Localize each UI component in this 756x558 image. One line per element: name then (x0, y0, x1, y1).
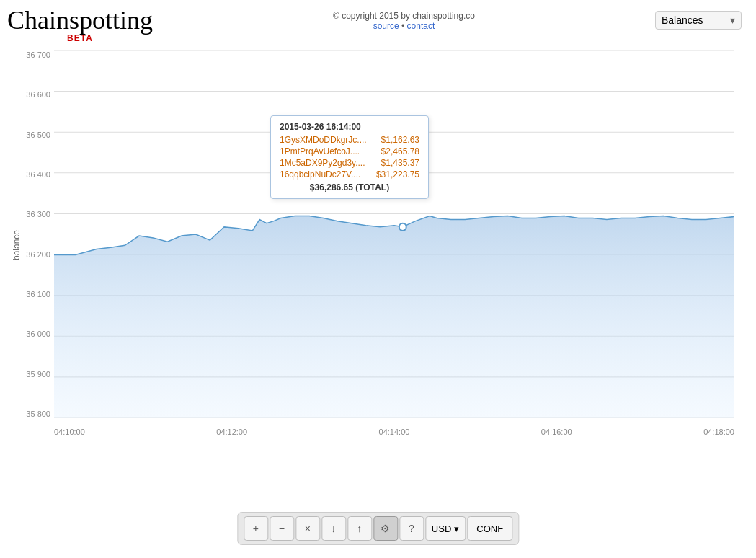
contact-link[interactable]: contact (407, 21, 435, 31)
logo-area: Chainspotting BETA (7, 7, 153, 43)
x-ticks: 04:10:00 04:12:00 04:14:00 04:16:00 04:1… (54, 428, 734, 436)
chart-tooltip: 2015-03-26 16:14:00 1GysXMDoDDkgrJc.... … (270, 115, 429, 199)
tooltip-addr-1: 1PmtPrqAvUefcoJ.... (280, 146, 360, 156)
logo: Chainspotting (7, 7, 153, 33)
beta-label: BETA (67, 33, 93, 43)
svg-point-10 (399, 223, 406, 231)
header-center: © copyright 2015 by chainspotting.co sou… (333, 11, 475, 31)
tooltip-val-2: $1,435.37 (381, 158, 419, 168)
y-ticks: 36 700 36 600 36 500 36 400 36 300 36 20… (14, 50, 54, 418)
minus-button[interactable]: − (270, 516, 294, 541)
plus-button[interactable]: + (244, 516, 268, 541)
x-tick-4: 04:18:00 (703, 428, 734, 436)
currency-chevron-icon: ▾ (454, 523, 459, 534)
chart-inner: 04:10:00 04:12:00 04:14:00 04:16:00 04:1… (54, 50, 734, 418)
y-tick-6: 36 100 (26, 290, 50, 298)
tooltip-title: 2015-03-26 16:14:00 (280, 122, 419, 132)
tooltip-addr-0: 1GysXMDoDDkgrJc.... (280, 135, 367, 145)
link-separator: • (401, 21, 404, 31)
toolbar: + − × ↓ ↑ ⚙ ? USD ▾ CONF (237, 512, 519, 545)
x-tick-0: 04:10:00 (54, 428, 85, 436)
tooltip-val-1: $2,465.78 (381, 146, 419, 156)
y-tick-5: 36 200 (26, 250, 50, 259)
header: Chainspotting BETA © copyright 2015 by c… (0, 0, 756, 43)
question-button[interactable]: ? (399, 516, 424, 541)
copyright: © copyright 2015 by chainspotting.co (333, 11, 475, 21)
conf-button[interactable]: CONF (467, 516, 512, 541)
tooltip-val-0: $1,162.63 (381, 135, 419, 145)
y-tick-7: 36 000 (26, 329, 50, 338)
chart-svg (54, 50, 734, 418)
tooltip-row-1: 1PmtPrqAvUefcoJ.... $2,465.78 (280, 146, 419, 156)
y-tick-1: 36 600 (26, 90, 50, 99)
x-tick-1: 04:12:00 (216, 428, 247, 436)
y-tick-0: 36 700 (26, 50, 50, 59)
down-arrow-button[interactable]: ↓ (321, 516, 346, 541)
x-tick-3: 04:16:00 (541, 428, 572, 436)
tooltip-addr-2: 1Mc5aDX9Py2gd3y.... (280, 158, 365, 168)
header-links: source • contact (333, 21, 475, 31)
y-tick-8: 35 900 (26, 370, 50, 378)
tooltip-addr-3: 16qqbcipNuDc27V.... (280, 169, 360, 180)
y-tick-3: 36 400 (26, 170, 50, 179)
source-link[interactable]: source (373, 21, 399, 31)
tooltip-row-3: 16qqbcipNuDc27V.... $31,223.75 (280, 169, 419, 180)
y-tick-9: 35 800 (26, 409, 50, 418)
gear-button[interactable]: ⚙ (373, 516, 398, 541)
currency-select[interactable]: USD ▾ (425, 516, 466, 541)
tooltip-row-0: 1GysXMDoDDkgrJc.... $1,162.63 (280, 135, 419, 145)
tooltip-row-2: 1Mc5aDX9Py2gd3y.... $1,435.37 (280, 158, 419, 168)
tooltip-val-3: $31,223.75 (376, 169, 419, 180)
y-tick-2: 36 500 (26, 130, 50, 139)
y-tick-4: 36 300 (26, 210, 50, 218)
balances-dropdown[interactable]: Balances ▾ (655, 11, 742, 30)
tooltip-total: $36,286.65 (TOTAL) (280, 182, 419, 192)
up-arrow-button[interactable]: ↑ (347, 516, 372, 541)
chart-container: balance 36 700 36 600 36 500 36 400 36 3… (14, 50, 742, 440)
x-tick-2: 04:14:00 (379, 428, 410, 436)
cross-button[interactable]: × (295, 516, 320, 541)
chevron-down-icon: ▾ (730, 14, 735, 26)
currency-label: USD (432, 523, 451, 534)
balances-label: Balances (662, 14, 703, 26)
